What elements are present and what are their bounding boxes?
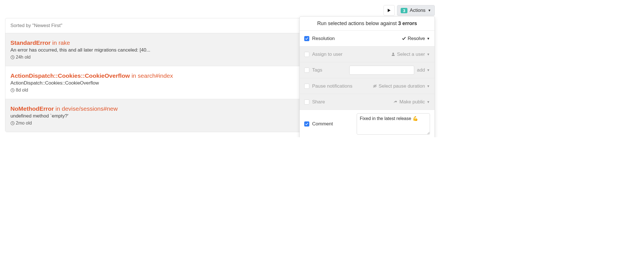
resolution-action[interactable]: Resolve ▼ <box>402 36 430 41</box>
share-label: Share <box>312 99 391 105</box>
row-share[interactable]: Share Make public ▼ <box>300 94 435 110</box>
checkbox-comment[interactable] <box>304 121 309 126</box>
eye-slash-icon <box>373 84 377 88</box>
tags-input[interactable] <box>349 66 414 75</box>
actions-count-badge: 3 <box>401 8 407 13</box>
resolution-label: Resolution <box>312 36 399 41</box>
play-icon <box>387 8 391 13</box>
tags-add[interactable]: add ▼ <box>417 67 430 73</box>
clock-icon <box>10 88 15 92</box>
caret-down-icon: ▼ <box>427 52 430 56</box>
clock-icon <box>10 55 15 59</box>
error-title[interactable]: NoMethodError in devise/sessions#new <box>10 105 308 112</box>
assign-label: Assign to user <box>312 52 388 57</box>
row-comment[interactable]: Comment <box>300 110 435 137</box>
actions-label: Actions <box>410 8 425 13</box>
error-age: 2mo old <box>10 121 308 126</box>
checkbox-assign[interactable] <box>304 52 309 57</box>
row-assign[interactable]: Assign to user Select a user ▼ <box>300 46 435 62</box>
checkbox-tags[interactable] <box>304 68 309 73</box>
comment-label: Comment <box>312 121 354 127</box>
check-icon <box>402 36 406 41</box>
error-age: 8d old <box>10 88 308 93</box>
error-message: An error has occurred, this and all late… <box>10 47 308 53</box>
clock-icon <box>10 121 15 125</box>
row-tags[interactable]: Tags add ▼ <box>300 62 435 78</box>
error-age: 24h old <box>10 55 308 60</box>
panel-header: Run selected actions below against 3 err… <box>300 17 435 31</box>
sorted-by-label: Sorted by "Newest First" <box>10 23 308 28</box>
checkbox-pause[interactable] <box>304 84 309 89</box>
actions-dropdown-button[interactable]: 3 Actions ▼ <box>397 5 435 16</box>
comment-textarea[interactable] <box>357 113 430 135</box>
pause-label: Pause notifications <box>312 83 370 89</box>
caret-down-icon: ▼ <box>427 37 430 41</box>
row-resolution[interactable]: Resolution Resolve ▼ <box>300 31 435 46</box>
checkbox-share[interactable] <box>304 99 309 105</box>
row-pause[interactable]: Pause notifications Select pause duratio… <box>300 78 435 94</box>
error-message: ActionDispatch::Cookies::CookieOverflow <box>10 80 308 86</box>
caret-down-icon: ▼ <box>427 68 430 72</box>
error-title[interactable]: StandardError in rake <box>10 39 308 46</box>
share-action[interactable]: Make public ▼ <box>393 99 430 105</box>
assign-action[interactable]: Select a user ▼ <box>391 52 430 57</box>
error-title[interactable]: ActionDispatch::Cookies::CookieOverflow … <box>10 72 308 79</box>
share-icon <box>393 100 398 104</box>
checkbox-resolution[interactable] <box>304 36 309 41</box>
caret-down-icon: ▼ <box>427 84 430 88</box>
actions-panel: Run selected actions below against 3 err… <box>299 16 435 137</box>
caret-down-icon: ▼ <box>428 8 431 12</box>
caret-down-icon: ▼ <box>427 100 430 104</box>
user-icon <box>391 52 395 56</box>
pause-action[interactable]: Select pause duration ▼ <box>373 83 430 89</box>
play-button[interactable] <box>383 5 395 16</box>
error-message: undefined method `empty?' <box>10 113 308 119</box>
tags-label: Tags <box>312 67 347 73</box>
